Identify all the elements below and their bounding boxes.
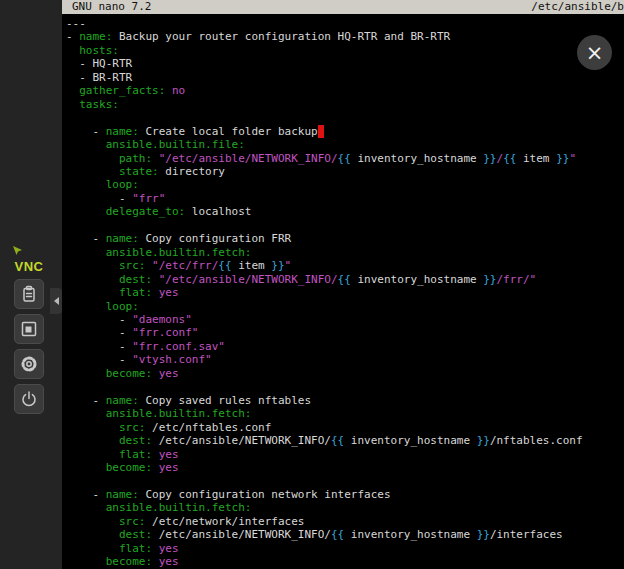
editor-line: - name: Copy saved rules nftables <box>66 394 624 407</box>
editor-line: loop: <box>66 300 624 313</box>
editor-line: - "daemons" <box>66 313 624 326</box>
editor-line: - "vtysh.conf" <box>66 353 624 366</box>
editor-line: become: yes <box>66 555 624 568</box>
editor-line: - "frr.conf.sav" <box>66 340 624 353</box>
editor-line: - BR-RTR <box>66 71 624 84</box>
editor-line <box>66 380 624 393</box>
editor-line: dest: /etc/ansible/NETWORK_INFO/{{ inven… <box>66 434 624 447</box>
editor-line: ansible.builtin.fetch: <box>66 501 624 514</box>
close-icon: × <box>586 41 604 65</box>
editor-line: --- <box>66 17 624 30</box>
editor-line: loop: <box>66 178 624 191</box>
nano-titlebar: GNU nano 7.2 /etc/ansible/b <box>62 0 624 14</box>
chevron-left-icon <box>54 297 59 305</box>
editor-line: gather_facts: no <box>66 84 624 97</box>
editor-line: ansible.builtin.file: <box>66 138 624 151</box>
control-bar-handle[interactable] <box>50 288 62 314</box>
gear-icon <box>19 354 39 374</box>
editor-line: - "frr" <box>66 192 624 205</box>
clipboard-icon <box>19 284 39 304</box>
editor-line: tasks: <box>66 98 624 111</box>
novnc-logo: VNC <box>9 244 49 274</box>
editor-line: hosts: <box>66 44 624 57</box>
editor-line <box>66 219 624 232</box>
editor-line: - name: Backup your router configuration… <box>66 30 624 43</box>
editor-line: ansible.builtin.fetch: <box>66 407 624 420</box>
editor-line: - HQ-RTR <box>66 57 624 70</box>
editor-line: - name: Copy configuration network inter… <box>66 488 624 501</box>
editor-line: dest: /etc/ansible/NETWORK_INFO/{{ inven… <box>66 528 624 541</box>
logo-text: VNC <box>9 259 49 274</box>
editor-line: src: /etc/nftables.conf <box>66 421 624 434</box>
page: { "window": { "close_button": "×" }, "si… <box>0 0 624 569</box>
novnc-control-bar: VNC <box>6 244 52 414</box>
editor-line: state: directory <box>66 165 624 178</box>
editor-line: flat: yes <box>66 448 624 461</box>
editor-line <box>66 474 624 487</box>
terminal-screen[interactable]: GNU nano 7.2 /etc/ansible/b ---- name: B… <box>62 0 624 569</box>
editor-line <box>66 111 624 124</box>
editor-line: become: yes <box>66 367 624 380</box>
fullscreen-icon <box>19 319 39 339</box>
editor-line: flat: yes <box>66 286 624 299</box>
editor-line: ansible.builtin.fetch: <box>66 246 624 259</box>
editor-line: delegate_to: localhost <box>66 205 624 218</box>
fullscreen-button[interactable] <box>14 314 44 344</box>
close-button[interactable]: × <box>577 35 612 70</box>
editor-line: become: yes <box>66 461 624 474</box>
editor-line: - "frr.conf" <box>66 326 624 339</box>
editor-lines: ---- name: Backup your router configurat… <box>62 14 624 569</box>
novnc-sidebar: VNC <box>0 0 62 569</box>
editor-line: dest: "/etc/ansible/NETWORK_INFO/{{ inve… <box>66 273 624 286</box>
text-cursor <box>318 125 325 138</box>
editor-line: src: "/etc/frr/{{ item }}" <box>66 259 624 272</box>
power-button[interactable] <box>14 384 44 414</box>
nano-version: GNU nano 7.2 <box>62 0 151 14</box>
editor-line: flat: yes <box>66 542 624 555</box>
nano-filename: /etc/ansible/b <box>531 0 624 14</box>
editor-line: src: /etc/network/interfaces <box>66 515 624 528</box>
settings-button[interactable] <box>14 349 44 379</box>
power-icon <box>19 389 39 409</box>
clipboard-button[interactable] <box>14 279 44 309</box>
editor-line: - name: Copy configuration FRR <box>66 232 624 245</box>
editor-line: - name: Create local folder backup <box>66 125 624 138</box>
editor-line: path: "/etc/ansible/NETWORK_INFO/{{ inve… <box>66 152 624 165</box>
logo-cursor-icon <box>12 245 24 257</box>
